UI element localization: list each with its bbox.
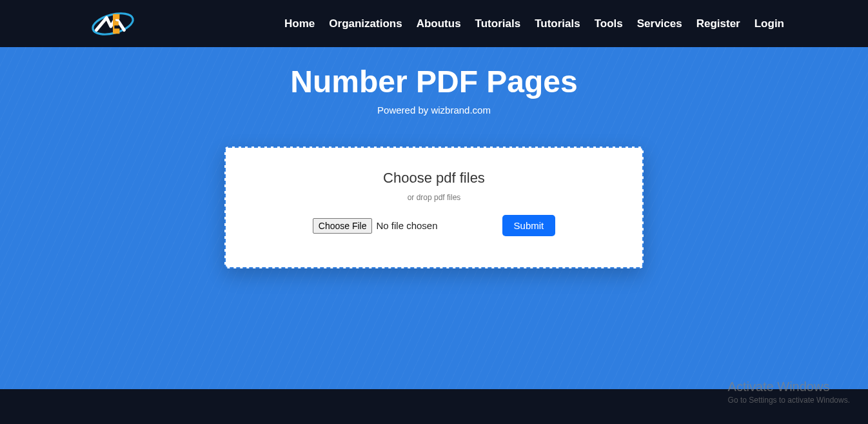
choose-file-button[interactable]: Choose File [313,218,373,234]
page-title: Number PDF Pages [0,64,868,99]
page-subtitle: Powered by wizbrand.com [0,105,868,116]
nav-tutorials-1[interactable]: Tutorials [475,17,521,30]
file-input-group: Choose File No file chosen [313,218,438,234]
nav-links: Home Organizations Aboutus Tutorials Tut… [284,17,784,30]
file-status-text: No file chosen [376,220,437,231]
navbar: Home Organizations Aboutus Tutorials Tut… [0,0,868,47]
logo-icon [87,8,139,40]
submit-button[interactable]: Submit [502,215,556,236]
nav-services[interactable]: Services [637,17,682,30]
nav-tools[interactable]: Tools [595,17,623,30]
nav-login[interactable]: Login [755,17,784,30]
upload-hint: or drop pdf files [252,193,616,202]
nav-home[interactable]: Home [284,17,315,30]
hero-section: Number PDF Pages Powered by wizbrand.com… [0,47,868,389]
footer [0,389,868,424]
nav-register[interactable]: Register [696,17,740,30]
nav-organizations[interactable]: Organizations [329,17,402,30]
brand-logo[interactable] [87,8,139,40]
upload-card: Choose pdf files or drop pdf files Choos… [224,146,644,268]
nav-aboutus[interactable]: Aboutus [417,17,461,30]
nav-tutorials-2[interactable]: Tutorials [535,17,580,30]
upload-controls: Choose File No file chosen Submit [252,215,616,236]
upload-heading: Choose pdf files [252,170,616,187]
